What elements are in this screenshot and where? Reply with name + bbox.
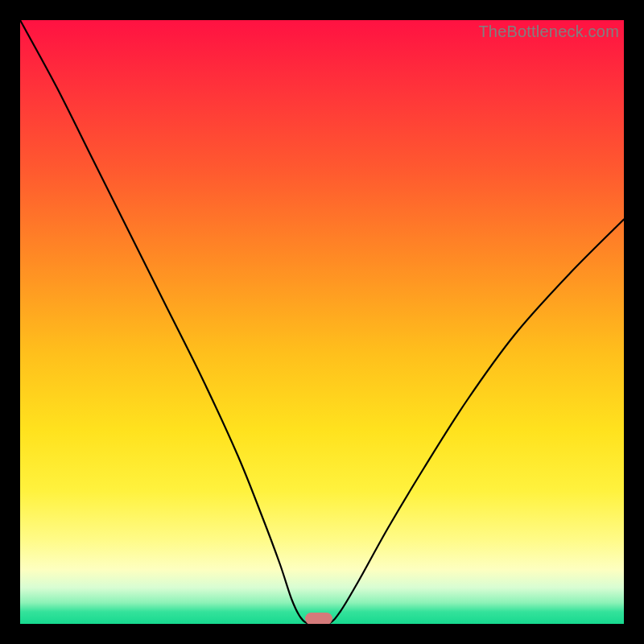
chart-frame: TheBottleneck.com [0, 0, 644, 644]
bottleneck-curve [20, 20, 624, 624]
optimum-marker [305, 613, 332, 625]
attribution-label: TheBottleneck.com [478, 23, 619, 41]
plot-area: TheBottleneck.com [20, 20, 624, 624]
bottleneck-curve-path [20, 20, 624, 624]
